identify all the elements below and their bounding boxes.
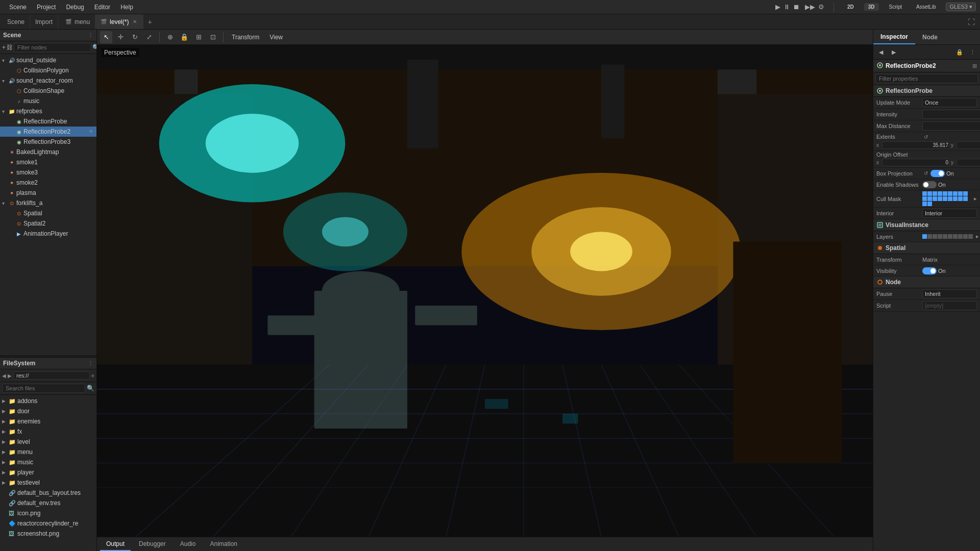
layer-cell-4[interactable] xyxy=(938,234,942,239)
fs-item-default_bus_layout_tres[interactable]: 🔗default_bus_layout.tres xyxy=(0,488,96,498)
tree-item-sound_reactor_room[interactable]: ▾🔊sound_reactor_room👁 xyxy=(0,76,96,86)
extents-y-input[interactable] xyxy=(957,141,980,149)
inspector-object-menu[interactable]: ⋮ xyxy=(967,46,978,58)
tree-item-smoke1[interactable]: ✦smoke1📷👁 xyxy=(0,157,96,167)
tab-output[interactable]: Output xyxy=(100,537,131,551)
prop-transform-value[interactable]: Matrix xyxy=(922,257,977,263)
prop-interior-value[interactable]: Interior Exterior xyxy=(922,209,977,218)
fs-item-menu[interactable]: ▶📁menu xyxy=(0,447,96,457)
box-projection-refresh[interactable]: ↺ xyxy=(922,170,929,177)
camera-icon[interactable]: 📷 xyxy=(79,148,86,156)
tree-item-collision_shape[interactable]: ⬡CollisionShape👁 xyxy=(0,86,96,96)
cull-cell-17[interactable] xyxy=(958,196,963,201)
inspector-tab-inspector[interactable]: Inspector xyxy=(873,30,915,44)
fs-layout-button[interactable]: ≡ xyxy=(91,371,94,380)
visibility-toggle-icon[interactable]: 👁 xyxy=(87,169,94,176)
tab-animation[interactable]: Animation xyxy=(204,537,243,551)
tab-debugger[interactable]: Debugger xyxy=(133,537,172,551)
tree-item-spatial2[interactable]: ⊙Spatial2📷👁 xyxy=(0,218,96,229)
tab-audio[interactable]: Audio xyxy=(174,537,202,551)
origin-x-input[interactable] xyxy=(882,159,950,166)
prop-pause-value[interactable]: Inherit Stop Process xyxy=(922,289,977,298)
visibility-toggle-icon[interactable]: 👁 xyxy=(87,189,94,196)
gles-badge[interactable]: GLES3 ▾ xyxy=(946,3,976,11)
tool-select[interactable]: ↖ xyxy=(100,31,112,43)
mode-3d[interactable]: 3D xyxy=(864,3,879,11)
tree-item-reflection_probe3[interactable]: ◉ReflectionProbe3👁 xyxy=(0,137,96,147)
layers-expand[interactable]: ▸ xyxy=(976,233,979,240)
fullscreen-button[interactable]: ⛶ xyxy=(965,18,978,26)
tree-item-animation_player[interactable]: ▶AnimationPlayer xyxy=(0,229,96,239)
tab-menu[interactable]: 🎬 menu xyxy=(60,14,95,29)
fs-item-default_env_tres[interactable]: 🔗default_env.tres xyxy=(0,498,96,508)
script-value-display[interactable]: [empty] xyxy=(922,301,977,310)
view-mode-button[interactable]: View xyxy=(265,33,287,42)
intensity-input[interactable] xyxy=(922,110,980,119)
add-node-button[interactable]: + xyxy=(2,42,6,53)
layer-cell-3[interactable] xyxy=(933,234,937,239)
tree-item-reflection_probe2[interactable]: ◉ReflectionProbe2👁 xyxy=(0,127,96,137)
section-spatial[interactable]: Spatial xyxy=(873,242,980,254)
tab-section-import[interactable]: Import xyxy=(30,14,58,29)
cull-cell-20[interactable] xyxy=(927,202,932,206)
cull-mask-expand[interactable]: ▸ xyxy=(974,195,977,202)
tab-level[interactable]: 🎬 level(*) ✕ xyxy=(95,14,143,29)
cull-cell-8[interactable] xyxy=(958,191,963,196)
fs-item-icon_png[interactable]: 🖼icon.png xyxy=(0,508,96,518)
layer-cell-5[interactable] xyxy=(943,234,947,239)
enable-shadows-toggle[interactable]: On xyxy=(922,181,946,188)
fs-item-screenshot_png[interactable]: 🖼screenshot.png xyxy=(0,529,96,539)
visibility-toggle-icon[interactable]: 👁 xyxy=(87,77,94,84)
cull-cell-14[interactable] xyxy=(943,196,947,201)
tree-item-smoke3[interactable]: ✦smoke3📷👁 xyxy=(0,167,96,178)
tree-item-forklifts_a[interactable]: ▾⊙forklifts_a👁 xyxy=(0,198,96,208)
visibility-toggle[interactable]: On xyxy=(922,267,946,274)
run-scene-button[interactable]: ▶▶ xyxy=(805,3,815,11)
visibility-toggle-icon[interactable]: 👁 xyxy=(87,138,94,145)
fs-item-player[interactable]: ▶📁player xyxy=(0,467,96,478)
layer-cell-2[interactable] xyxy=(927,234,932,239)
box-projection-toggle[interactable]: On xyxy=(930,170,954,177)
menu-project[interactable]: Project xyxy=(32,0,61,14)
prop-script-value[interactable]: [empty] xyxy=(922,301,977,310)
inspector-expand-button[interactable]: ⊞ xyxy=(972,63,977,69)
tree-item-spatial[interactable]: ⊙Spatial📷👁 xyxy=(0,208,96,218)
layer-cell-6[interactable] xyxy=(948,234,952,239)
tool-rotate[interactable]: ↻ xyxy=(129,31,141,43)
cull-cell-15[interactable] xyxy=(948,196,952,201)
mode-script[interactable]: Script xyxy=(885,3,906,11)
mode-assetlib[interactable]: AssetLib xyxy=(912,3,940,11)
cull-cell-11[interactable] xyxy=(927,196,932,201)
cull-cell-4[interactable] xyxy=(938,191,942,196)
instance-scene-button[interactable]: ⛓ xyxy=(7,42,13,53)
fs-search-input[interactable] xyxy=(2,384,85,393)
tree-item-collision_polygon[interactable]: ⬡CollisionPolygon👁 xyxy=(0,65,96,76)
run-settings-button[interactable]: ⚙ xyxy=(818,3,824,11)
visibility-track[interactable] xyxy=(922,267,937,274)
inspector-history-prev[interactable]: ◀ xyxy=(875,46,887,58)
tab-add-button[interactable]: + xyxy=(143,18,156,26)
cull-cell-6[interactable] xyxy=(948,191,952,196)
cull-cell-7[interactable] xyxy=(953,191,958,196)
prop-max-distance-value[interactable] xyxy=(922,121,980,131)
cull-cell-9[interactable] xyxy=(963,191,968,196)
tool-snap[interactable]: ⊡ xyxy=(207,31,219,43)
fs-item-testlevel[interactable]: ▶📁testlevel xyxy=(0,478,96,488)
tree-item-baked_lightmap[interactable]: ☀BakedLightmap📷👁 xyxy=(0,147,96,157)
tab-section-scene[interactable]: Scene xyxy=(2,14,30,29)
tool-group[interactable]: ⊞ xyxy=(192,31,205,43)
visibility-toggle-icon[interactable]: 👁 xyxy=(87,87,94,94)
visibility-toggle-icon[interactable]: 👁 xyxy=(87,57,94,64)
tool-pivot[interactable]: ⊕ xyxy=(164,31,176,43)
cull-cell-19[interactable] xyxy=(922,202,927,206)
fs-item-level[interactable]: ▶📁level xyxy=(0,437,96,447)
visibility-toggle-icon[interactable]: 👁 xyxy=(87,67,94,74)
fs-item-enemies[interactable]: ▶📁enemies xyxy=(0,416,96,427)
prop-intensity-value[interactable] xyxy=(922,110,980,119)
max-distance-input[interactable] xyxy=(922,121,980,131)
fs-forward-button[interactable]: ▶ xyxy=(8,371,12,380)
camera-icon[interactable]: 📷 xyxy=(79,210,86,217)
fs-search-icon[interactable]: 🔍 xyxy=(87,385,94,392)
camera-icon[interactable]: 📷 xyxy=(79,179,86,186)
cull-cell-2[interactable] xyxy=(927,191,932,196)
